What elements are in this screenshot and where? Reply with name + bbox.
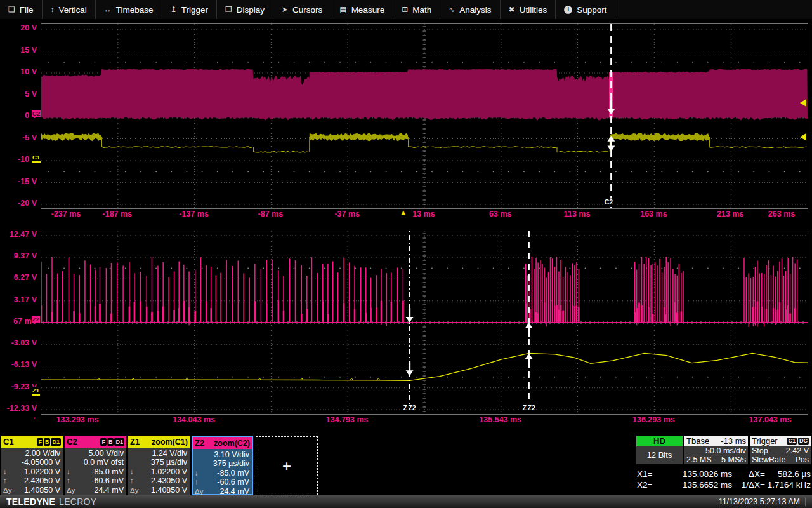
cursor-label: C2 — [605, 198, 613, 206]
y-axis-tick-label: 6.27 V — [0, 273, 37, 283]
menu-trigger-label: Trigger — [181, 5, 208, 15]
badge-filter: F — [100, 438, 107, 446]
x-axis-tick-label: 113 ms — [539, 210, 615, 219]
menu-file-label: File — [20, 5, 34, 15]
x-axis-tick-label: 263 ms — [743, 210, 812, 219]
timebase-samples: 2.5 MS — [686, 456, 712, 465]
x-axis-tick-label: 13 ms — [386, 210, 462, 219]
menu-math-label: Math — [412, 5, 431, 15]
trigger-mode: Stop — [752, 447, 768, 456]
measure-icon: ▤ — [339, 5, 346, 14]
descriptor-body: 5.00 V/div 0.0 mV ofst ↓-85.0 mV ↑-60.6 … — [65, 448, 126, 495]
x-axis-tick-label: 134.793 ms — [309, 415, 385, 425]
menu-support-label: Support — [577, 5, 606, 15]
row-icon — [130, 449, 141, 458]
hd-bits: 12 Bits — [636, 446, 683, 464]
menu-timebase[interactable]: ↔Timebase — [96, 0, 162, 19]
channel-id: C1 — [3, 437, 14, 446]
x-axis-tick-label: 133.293 ms — [39, 415, 115, 425]
min-arrow-icon: ↓ — [67, 467, 77, 476]
zoom-waveform-grid[interactable]: Z1Z2Z1Z2Z2Z1 — [41, 231, 808, 415]
delta-y-value: 1.40850 V — [141, 486, 187, 495]
menu-file[interactable]: ❏File — [0, 0, 43, 19]
x1-value: 135.0826 ms — [662, 469, 732, 479]
y-axis-tick-label: 20 V — [0, 23, 37, 33]
badge-d1: D1 — [51, 438, 61, 446]
c1-trace[interactable] — [41, 133, 806, 152]
channel-marker-z1[interactable]: Z1 — [32, 387, 40, 396]
trigger-level: 2.42 V — [786, 447, 809, 456]
menu-analysis[interactable]: ∿Analysis — [440, 0, 500, 19]
channel-descriptor-c1[interactable]: C1 F B D1 2.00 V/div -4.05000 V ↓1.02200… — [1, 436, 63, 495]
zoom-source-label: zoom(C1) — [152, 438, 188, 446]
x-axis-tick-label: -87 ms — [232, 210, 308, 219]
channel-badges: F B D1 — [36, 438, 61, 446]
channel-badges: F B D1 — [100, 438, 124, 446]
descriptor-body: 1.24 V/div 375 µs/div ↓1.02200 V ↑2.4305… — [128, 448, 190, 495]
max-arrow-icon: ↑ — [67, 476, 77, 485]
timebase-box[interactable]: Tbase -13 ms 50.0 ms/div 2.5 MS5 MS/s — [684, 436, 748, 464]
zoom-descriptor-z1[interactable]: Z1 zoom(C1) 1.24 V/div 375 µs/div ↓1.022… — [128, 436, 190, 495]
descriptor-header-z1: Z1 zoom(C1) — [128, 436, 190, 448]
trigger-box[interactable]: Trigger C1 DC Stop2.42 V SlewRatePos — [750, 436, 811, 464]
vdiv-value: 5.00 V/div — [77, 449, 124, 458]
trigger-label: Trigger — [752, 436, 778, 446]
cursor-label: Z2 — [408, 404, 416, 411]
delta-y-icon: Δy — [3, 486, 14, 495]
y-axis-tick-label: -15 V — [0, 177, 37, 187]
delta-y-value: 24.4 mV — [77, 486, 124, 495]
trigger-source-badge: C1 — [787, 438, 797, 444]
timebase-label: Tbase — [686, 436, 709, 446]
channel-marker-c1[interactable]: C1 — [32, 154, 41, 163]
x-axis-tick-label: 137.043 ms — [732, 415, 808, 425]
timebase-scale: 50.0 ms/div — [686, 447, 746, 456]
menu-trigger[interactable]: ↥Trigger — [162, 0, 217, 19]
vdiv-value: 1.24 V/div — [141, 449, 187, 458]
hd-label: HD — [636, 436, 683, 446]
trigger-level-marker[interactable] — [800, 133, 806, 141]
channel-id: C2 — [67, 437, 77, 446]
channel-descriptor-c2[interactable]: C2 F B D1 5.00 V/div 0.0 mV ofst ↓-85.0 … — [65, 436, 126, 495]
main-waveform-grid[interactable]: C2C2C1 — [41, 23, 808, 209]
descriptor-header-c1: C1 F B D1 — [1, 436, 63, 448]
zoom-id: Z2 — [195, 438, 204, 448]
menu-bar: ❏File ↕Vertical ↔Timebase ↥Trigger ❐Disp… — [0, 0, 812, 19]
delta-y-icon: Δy — [130, 486, 141, 495]
trigger-coupling-badge: DC — [798, 438, 809, 444]
descriptor-header-c2: C2 F B D1 — [65, 436, 126, 448]
y-axis-tick-label: 9.37 V — [0, 251, 37, 261]
channel-marker-c2[interactable]: C2 — [32, 110, 41, 117]
x2-label: X2= — [637, 480, 662, 490]
x-axis-tick-label: 163 ms — [615, 210, 691, 219]
x-axis-tick-label: -137 ms — [156, 210, 232, 219]
menu-utilities[interactable]: ✖Utilities — [501, 0, 556, 19]
y-axis-tick-label: 3.17 V — [0, 295, 37, 305]
timebase-header: Tbase -13 ms — [684, 436, 748, 446]
badge-bandwidth: B — [107, 438, 114, 446]
add-trace-button[interactable]: + — [256, 436, 318, 495]
menu-vertical[interactable]: ↕Vertical — [43, 0, 96, 19]
menu-measure[interactable]: ▤Measure — [331, 0, 393, 19]
plus-icon: + — [282, 457, 291, 475]
trigger-body: Stop2.42 V SlewRatePos — [750, 446, 811, 465]
max-arrow-icon: ↑ — [130, 476, 141, 485]
vdiv-value: 2.00 V/div — [14, 449, 60, 458]
trigger-header: Trigger C1 DC — [750, 436, 811, 446]
zoom-grid-canvas[interactable]: Z1Z2Z1Z2 — [41, 231, 808, 414]
zoom-descriptor-z2-selected[interactable]: Z2 zoom(C2) 3.10 V/div 375 µs/div ↓-85.0… — [192, 436, 253, 495]
cursor-label: Z2 — [528, 404, 535, 411]
menu-display[interactable]: ❐Display — [217, 0, 273, 19]
dx-label: ΔX= — [732, 469, 765, 479]
delta-y-icon: Δy — [67, 486, 77, 495]
c2-trace[interactable] — [41, 69, 808, 121]
menu-cursors-label: Cursors — [292, 5, 322, 15]
main-timebase-grid-canvas[interactable]: C2 — [41, 24, 808, 208]
max-value: -60.6 mV — [206, 478, 249, 486]
menu-cursors[interactable]: ➤Cursors — [273, 0, 331, 19]
descriptor-header-z2: Z2 zoom(C2) — [193, 437, 252, 449]
menu-math[interactable]: ⊞Math — [393, 0, 440, 19]
channel-marker-z2[interactable]: Z2 — [32, 316, 40, 323]
menu-support[interactable]: iSupport — [556, 0, 615, 19]
tdiv-value: 375 µs/div — [206, 459, 249, 468]
hd-acquisition-box[interactable]: HD 12 Bits — [636, 436, 683, 464]
